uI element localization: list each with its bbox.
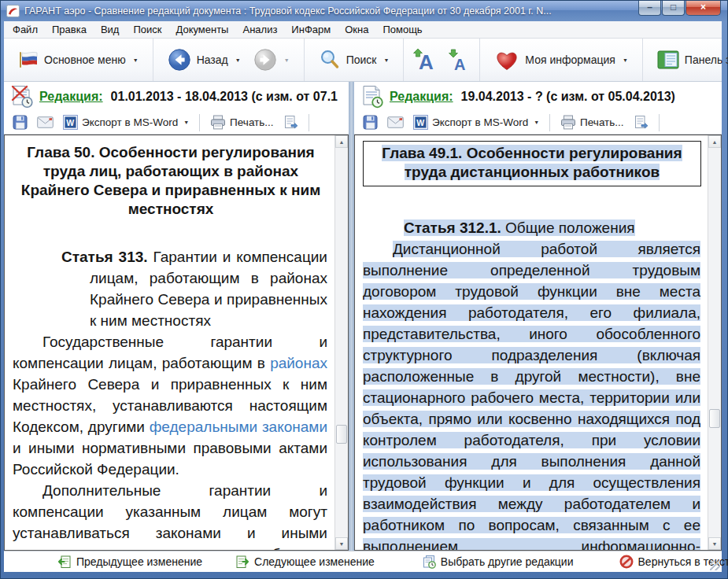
forward-button[interactable]: ▼ [247,43,296,76]
close-button[interactable]: × [686,1,721,16]
menu-analysis[interactable]: Анализ [242,24,277,35]
left-revision-link[interactable]: Редакция: [39,90,103,104]
minimize-button[interactable]: – [638,1,661,16]
back-arrow-icon [168,48,191,72]
menu-edit[interactable]: Правка [52,24,87,35]
ms-word-icon: W [413,115,428,130]
menu-file[interactable]: Файл [13,24,38,35]
save-button[interactable] [360,113,380,131]
chevron-down-icon: ▼ [183,120,189,125]
app-window: ГАРАНТ аэро - Сравнение редакций докумен… [0,0,728,579]
previous-change-icon [57,555,72,569]
choose-revisions-button[interactable]: Выбрать другие редакции [422,555,574,569]
left-scrollbar[interactable]: ▲ ▼ [334,135,348,550]
menu-help[interactable]: Помощь [382,24,422,35]
left-revision-dates: 01.01.2013 - 18.04.2013 (с изм. от 07.1 [111,90,338,104]
right-revision-link[interactable]: Редакция: [390,90,453,104]
previous-change-button[interactable]: Предыдущее изменение [57,555,202,569]
scroll-up-icon[interactable]: ▲ [708,135,721,148]
scroll-down-icon[interactable]: ▼ [335,537,348,550]
increase-font-button[interactable]: A [412,46,438,73]
left-chapter-heading: Глава 50. Особенности регулирования труд… [13,143,329,219]
toolbar-separator [659,114,660,131]
left-document-text: Глава 50. Особенности регулирования труд… [5,135,334,550]
maximize-button[interactable]: □ [662,1,685,16]
svg-text:A: A [454,56,465,73]
export-page-button[interactable] [281,113,301,131]
svg-text:A: A [419,50,434,73]
menu-infarm[interactable]: ИнФарм [291,24,331,35]
return-to-document-icon [619,555,634,569]
choose-revisions-label: Выбрать другие редакции [441,555,574,568]
right-paragraph: Дистанционной работой является выполнени… [363,238,700,550]
mail-icon [37,116,54,128]
right-article-title: Статья 312.1. Общие положения [363,217,702,238]
search-label: Поиск [346,53,377,66]
forward-arrow-icon [253,48,277,72]
my-information-button[interactable]: Моя информация ▼ [488,44,634,76]
mail-button[interactable] [385,115,406,130]
main-menu-label: Основное меню [44,53,126,66]
print-button[interactable]: Печать... [558,113,626,131]
back-label: Назад [197,53,228,66]
chevron-down-icon: ▼ [235,57,241,63]
left-document-view[interactable]: Глава 50. Особенности регулирования труд… [4,135,349,551]
mail-button[interactable] [35,115,56,130]
revision-expired-icon [10,85,34,109]
right-scrollbar-thumb[interactable] [709,409,720,428]
font-increase-icon: A [412,46,438,73]
menu-view[interactable]: Вид [101,24,120,35]
task-panel-label: Панель задач [685,53,728,66]
printer-icon [560,115,576,130]
page-export-icon [283,115,298,130]
main-menu-button[interactable]: Основное меню ▼ [12,46,145,73]
toolbar-separator [549,114,550,131]
scroll-down-icon[interactable]: ▼ [708,537,721,550]
next-change-icon [235,555,249,569]
right-pane-header: Редакция: 19.04.2013 - ? (с изм. от 05.0… [354,82,722,111]
right-scrollbar[interactable]: ▲ ▼ [708,135,721,550]
export-word-button[interactable]: W Экспорт в MS-Word ▼ [61,113,191,131]
print-button[interactable]: Печать... [208,113,275,131]
window-title: ГАРАНТ аэро - Сравнение редакций докумен… [24,6,552,17]
pane-divider[interactable] [349,82,354,551]
right-document-view[interactable]: Глава 49.1. Особенности регулирования тр… [354,135,722,551]
menu-search[interactable]: Поиск [133,24,161,35]
ms-word-icon: W [63,115,78,130]
chevron-down-icon: ▼ [623,57,628,63]
heart-icon [494,49,519,72]
resize-grip[interactable] [710,560,720,570]
chevron-down-icon: ▼ [284,57,290,63]
left-pane-header: Редакция: 01.01.2013 - 18.04.2013 (с изм… [4,82,349,111]
svg-text:W: W [416,118,424,127]
save-button[interactable] [10,113,30,131]
garant-logo-icon [6,5,20,17]
menu-windows[interactable]: Окна [345,24,368,35]
export-word-button[interactable]: W Экспорт в MS-Word ▼ [411,113,541,131]
russia-flag-icon [18,51,39,68]
svg-text:W: W [66,118,74,127]
comparison-panes: Редакция: 01.01.2013 - 18.04.2013 (с изм… [4,82,722,551]
export-page-button[interactable] [631,113,651,131]
next-change-button[interactable]: Следующее изменение [235,555,375,569]
left-scrollbar-thumb[interactable] [336,425,347,444]
menu-documents[interactable]: Документы [176,24,228,35]
save-icon [363,115,378,130]
chevron-down-icon: ▼ [383,57,389,63]
previous-change-label: Предыдущее изменение [76,555,202,568]
chevron-down-icon: ▼ [534,120,539,125]
search-button[interactable]: Поиск ▼ [312,44,396,76]
back-button[interactable]: Назад ▼ [161,43,247,76]
export-word-label: Экспорт в MS-Word [432,116,528,128]
printer-icon [210,115,226,130]
title-bar: ГАРАНТ аэро - Сравнение редакций докумен… [1,1,727,21]
decrease-font-button[interactable]: A [445,46,471,73]
scroll-up-icon[interactable]: ▲ [335,135,348,148]
task-panel-button[interactable]: Панель задач [651,45,728,75]
choose-revisions-icon [422,555,436,569]
export-word-label: Экспорт в MS-Word [82,116,178,128]
right-revision-pane: Редакция: 19.04.2013 - ? (с изм. от 05.0… [354,82,722,551]
left-pane-toolbar: W Экспорт в MS-Word ▼ Печать... [4,111,349,135]
task-panel-icon [657,50,679,70]
chevron-down-icon: ▼ [133,57,139,63]
